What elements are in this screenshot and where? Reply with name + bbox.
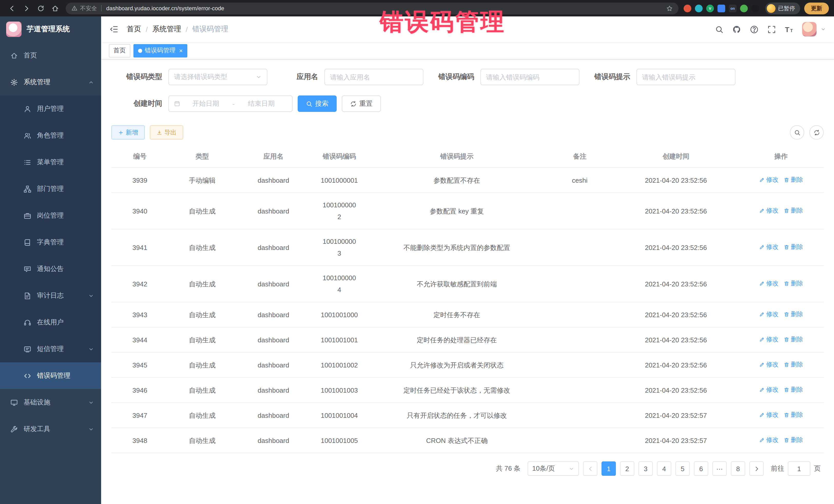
- error-code-field[interactable]: [486, 73, 574, 81]
- tab-error-code[interactable]: 错误码管理×: [133, 44, 187, 57]
- row-time: 2021-04-20 23:52:57: [614, 403, 738, 428]
- error-hint-input[interactable]: [636, 69, 736, 85]
- sidebar-item-system[interactable]: 系统管理: [0, 69, 101, 95]
- delete-link[interactable]: 删除: [784, 174, 803, 186]
- export-button[interactable]: 导出: [150, 125, 183, 139]
- page-size-select[interactable]: 10条/页: [528, 461, 579, 476]
- row-actions: 修改删除: [738, 168, 824, 193]
- page-number-button[interactable]: 2: [620, 461, 634, 476]
- edit-link[interactable]: 修改: [759, 174, 778, 186]
- edit-link[interactable]: 修改: [759, 278, 778, 289]
- edit-link[interactable]: 修改: [759, 334, 778, 345]
- page-number-button[interactable]: 3: [638, 461, 653, 476]
- page-number-button[interactable]: 1: [601, 461, 616, 476]
- goto-page-input[interactable]: [788, 461, 810, 476]
- delete-link[interactable]: 删除: [784, 241, 803, 253]
- edit-link[interactable]: 修改: [759, 308, 778, 320]
- app-name-input[interactable]: [324, 69, 423, 85]
- sidebar-item-users[interactable]: 用户管理: [0, 95, 101, 122]
- sidebar-item-sms[interactable]: 短信管理: [0, 336, 101, 363]
- reset-button[interactable]: 重置: [342, 95, 381, 112]
- edit-link[interactable]: 修改: [759, 205, 778, 217]
- error-code-input[interactable]: [480, 69, 579, 85]
- delete-link[interactable]: 删除: [784, 409, 803, 421]
- browser-update-button[interactable]: 更新: [804, 2, 829, 14]
- extension-teal-drop-icon[interactable]: [695, 4, 703, 12]
- delete-link[interactable]: 删除: [784, 334, 803, 345]
- delete-link[interactable]: 删除: [784, 205, 803, 217]
- fullscreen-icon[interactable]: [767, 25, 776, 34]
- reload-icon[interactable]: [34, 2, 47, 15]
- font-size-icon[interactable]: TT: [785, 25, 793, 34]
- delete-link[interactable]: 删除: [784, 359, 803, 371]
- refresh-table-button[interactable]: [809, 125, 824, 139]
- extension-onetab-icon[interactable]: on: [729, 4, 737, 12]
- extension-red-icon[interactable]: [684, 4, 691, 12]
- security-label[interactable]: 不安全: [80, 4, 97, 12]
- extension-leaf-icon[interactable]: [740, 4, 748, 12]
- profile-paused-badge[interactable]: 已暂停: [765, 2, 800, 14]
- sidebar-item-roles[interactable]: 角色管理: [0, 122, 101, 149]
- delete-link[interactable]: 删除: [784, 278, 803, 289]
- page-number-button[interactable]: 8: [731, 461, 745, 476]
- close-tab-icon[interactable]: ×: [179, 47, 183, 53]
- sidebar-item-infrastructure[interactable]: 基础设施: [0, 389, 101, 416]
- delete-link[interactable]: 删除: [784, 384, 803, 396]
- next-page-button[interactable]: [749, 461, 764, 476]
- error-code-type-select[interactable]: 请选择错误码类型: [168, 69, 267, 85]
- more-pages-button[interactable]: ···: [712, 461, 727, 476]
- chevron-down-icon[interactable]: [821, 27, 826, 32]
- sidebar-item-audit-logs[interactable]: 审计日志: [0, 282, 101, 309]
- page-number-button[interactable]: 5: [675, 461, 690, 476]
- edit-link[interactable]: 修改: [759, 241, 778, 253]
- sidebar-item-dictionaries[interactable]: 字典管理: [0, 229, 101, 256]
- breadcrumb-item[interactable]: 系统管理: [152, 25, 181, 34]
- forward-icon[interactable]: [20, 2, 33, 15]
- back-icon[interactable]: [5, 2, 19, 15]
- tab-home[interactable]: 首页: [109, 44, 130, 57]
- row-id: 3943: [111, 302, 168, 327]
- delete-link[interactable]: 删除: [784, 434, 803, 446]
- bookmark-star-icon[interactable]: [666, 5, 673, 12]
- row-app: dashboard: [236, 193, 311, 229]
- extension-paw-icon[interactable]: [751, 4, 759, 12]
- delete-link[interactable]: 删除: [784, 308, 803, 320]
- sidebar-item-menus[interactable]: 菜单管理: [0, 149, 101, 176]
- total-count: 共 76 条: [496, 464, 521, 473]
- page-number-button[interactable]: 6: [694, 461, 708, 476]
- github-icon[interactable]: [732, 25, 741, 34]
- sidebar-item-online-users[interactable]: 在线用户: [0, 309, 101, 336]
- sidebar-item-home[interactable]: 首页: [0, 42, 101, 69]
- add-button[interactable]: 新增: [111, 125, 145, 139]
- sidebar-item-error-codes[interactable]: 错误码管理: [0, 363, 101, 389]
- extension-stats-icon[interactable]: [718, 4, 725, 12]
- breadcrumb-item[interactable]: 首页: [127, 25, 141, 34]
- browser-home-icon[interactable]: [48, 2, 62, 15]
- date-range-picker[interactable]: 开始日期 - 结束日期: [168, 95, 292, 112]
- edit-link[interactable]: 修改: [759, 359, 778, 371]
- address-bar[interactable]: 不安全 dashboard.yudao.iocoder.cn/system/er…: [66, 2, 679, 14]
- hamburger-fold-icon[interactable]: [109, 25, 118, 34]
- error-hint-field[interactable]: [642, 73, 730, 81]
- extension-vue-devtools-icon[interactable]: V: [706, 4, 714, 12]
- prev-page-button[interactable]: [583, 461, 597, 476]
- app-name-field[interactable]: [330, 73, 418, 81]
- sidebar-item-departments[interactable]: 部门管理: [0, 176, 101, 202]
- sidebar-item-notices[interactable]: 通知公告: [0, 256, 101, 282]
- help-icon[interactable]: [750, 25, 759, 34]
- table-row: 3947自动生成dashboard1001001004只有开启状态的任务，才可以…: [111, 403, 824, 428]
- sidebar-item-positions[interactable]: 岗位管理: [0, 202, 101, 229]
- row-id: 3940: [111, 193, 168, 229]
- user-avatar[interactable]: [802, 22, 816, 37]
- toggle-search-button[interactable]: [790, 125, 804, 139]
- page-number-button[interactable]: 4: [657, 461, 671, 476]
- sidebar-item-dev-tools[interactable]: 研发工具: [0, 416, 101, 442]
- search-button[interactable]: 搜索: [298, 95, 337, 112]
- edit-link[interactable]: 修改: [759, 384, 778, 396]
- app-logo[interactable]: 芋道管理系统: [0, 17, 101, 42]
- edit-link[interactable]: 修改: [759, 409, 778, 421]
- row-remark: [546, 266, 614, 302]
- edit-link[interactable]: 修改: [759, 434, 778, 446]
- search-icon[interactable]: [715, 25, 724, 34]
- sidebar-item-label: 角色管理: [37, 131, 64, 140]
